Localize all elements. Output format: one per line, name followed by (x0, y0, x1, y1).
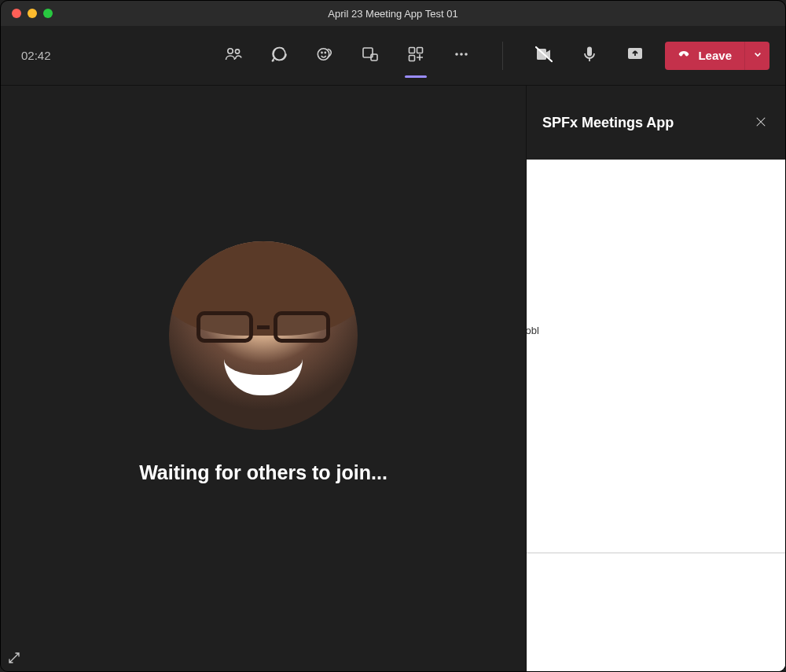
chat-icon (270, 45, 288, 67)
call-timer: 02:42 (21, 49, 84, 62)
more-icon (452, 45, 471, 67)
content-area: Waiting for others to join... SPFx Meeti… (1, 86, 785, 671)
camera-off-icon (534, 45, 553, 67)
chevron-down-icon (751, 48, 764, 63)
svg-point-0 (228, 48, 233, 53)
svg-point-13 (465, 53, 468, 56)
hangup-icon (678, 48, 690, 63)
svg-point-4 (321, 52, 322, 53)
error-link[interactable]: Point Foundation. (527, 451, 785, 463)
camera-toggle-button[interactable] (528, 40, 560, 72)
call-stage: Waiting for others to join... (1, 86, 526, 671)
fullscreen-button[interactable] (7, 651, 21, 665)
expand-icon (7, 654, 21, 667)
rooms-icon (361, 45, 380, 67)
leave-button[interactable]: Leave (665, 42, 744, 70)
share-screen-icon (626, 45, 645, 67)
participants-icon (224, 45, 243, 67)
error-page: ng went wrong Jse the browser Back butto… (527, 270, 785, 494)
apps-icon (406, 45, 425, 67)
panel-bottom-area (527, 553, 785, 671)
error-correlation-id: 15ab631b4a (527, 483, 785, 494)
error-body: Jse the browser Back button to retry. If… (527, 323, 785, 354)
meeting-toolbar: 02:42 (1, 26, 785, 86)
side-panel-body: ng went wrong Jse the browser Back butto… (527, 160, 785, 671)
svg-point-1 (236, 49, 240, 53)
waiting-label: Waiting for others to join... (139, 461, 387, 484)
side-panel: SPFx Meetings App ng went wrong Jse the … (526, 86, 785, 671)
side-panel-header: SPFx Meetings App (527, 86, 785, 160)
titlebar: April 23 Meeting App Test 01 (1, 1, 785, 26)
rooms-button[interactable] (354, 40, 386, 72)
chat-button[interactable] (263, 40, 295, 72)
close-icon (754, 118, 768, 131)
error-heading: ng went wrong (527, 270, 785, 301)
side-panel-title: SPFx Meetings App (542, 115, 674, 131)
reactions-icon (315, 45, 334, 67)
svg-point-5 (325, 52, 326, 53)
reactions-button[interactable] (309, 40, 340, 72)
svg-point-12 (461, 53, 464, 56)
microphone-icon (580, 45, 599, 67)
more-actions-button[interactable] (446, 40, 477, 72)
toolbar-separator (502, 42, 503, 70)
leave-button-label: Leave (698, 49, 732, 62)
leave-button-group: Leave (665, 42, 769, 70)
window-title: April 23 Meeting App Test 01 (1, 8, 785, 20)
svg-rect-9 (417, 47, 423, 53)
share-screen-button[interactable] (619, 40, 651, 72)
svg-point-11 (456, 53, 459, 56)
participants-button[interactable] (218, 40, 249, 72)
svg-rect-8 (410, 47, 415, 53)
side-panel-close-button[interactable] (754, 115, 769, 130)
microphone-toggle-button[interactable] (574, 40, 605, 72)
leave-options-button[interactable] (744, 42, 769, 70)
svg-rect-14 (587, 46, 592, 56)
svg-point-3 (318, 48, 329, 59)
apps-button[interactable] (400, 40, 432, 72)
error-technical-details: ror: TypeError: Cannot read property 'id… (527, 423, 785, 432)
svg-rect-10 (410, 55, 415, 61)
participant-avatar (169, 241, 358, 430)
